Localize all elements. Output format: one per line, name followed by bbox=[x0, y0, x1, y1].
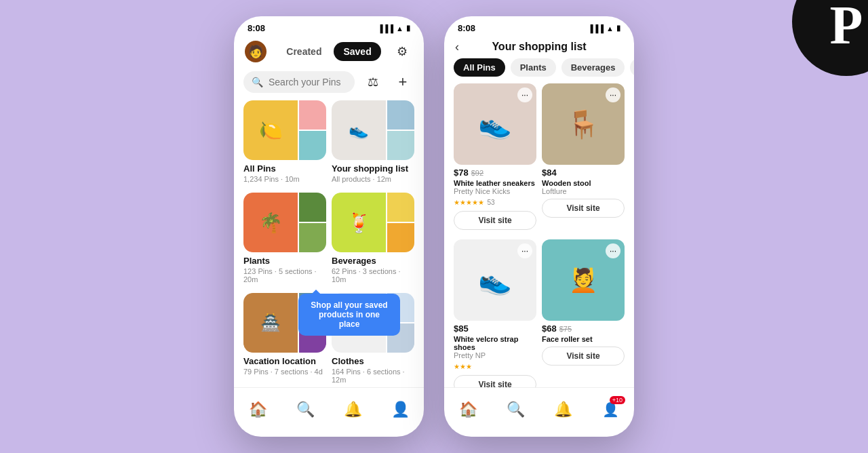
board-thumb-shopping: 👟 bbox=[332, 100, 414, 160]
product-face-roller[interactable]: 💆 ··· $68 $75 Face roller set Visit site bbox=[542, 239, 625, 387]
search-icon: 🔍 bbox=[252, 77, 263, 87]
visit-btn-sneakers[interactable]: Visit site bbox=[454, 211, 536, 230]
nav-search-1[interactable]: 🔍 bbox=[290, 395, 320, 425]
product-more-btn-stool[interactable]: ··· bbox=[606, 87, 620, 102]
nav-home-1[interactable]: 🏠 bbox=[243, 395, 273, 425]
product-price-roller: $68 $75 bbox=[542, 323, 625, 334]
nav-profile-1[interactable]: 👤 bbox=[385, 395, 415, 425]
status-time-2: 8:08 bbox=[458, 23, 475, 33]
status-bar-2: 8:08 ▐▐▐ ▲ ▮ bbox=[444, 16, 634, 37]
product-row-1: 👟 ··· $78 $92 White leather sneakers Pre… bbox=[454, 83, 625, 230]
avatar[interactable]: 🧑 bbox=[245, 41, 267, 62]
board-subtitle-shopping: All products · 12m bbox=[332, 175, 414, 183]
battery-icon-2: ▮ bbox=[616, 24, 620, 33]
stars-velcro: ★★★ bbox=[454, 359, 536, 372]
bottom-nav-1: 🏠 🔍 🔔 👤 bbox=[234, 387, 424, 437]
product-name-velcro: White velcro strap shoes bbox=[454, 335, 536, 351]
nav-bell-2[interactable]: 🔔 bbox=[548, 395, 578, 425]
status-bar-1: 8:08 ▐▐▐ ▲ ▮ bbox=[234, 16, 424, 37]
boards-row-1: 🍋 All Pins 1,234 Pins · 10m 👟 bbox=[243, 100, 414, 183]
back-button[interactable]: ‹ bbox=[455, 40, 459, 54]
filter-button[interactable]: ⚖ bbox=[361, 71, 384, 94]
chip-plants[interactable]: Plants bbox=[511, 58, 556, 77]
chip-vacation[interactable]: Vacation bbox=[630, 58, 634, 77]
page-title: Your shopping list bbox=[492, 41, 586, 53]
board-subtitle-beverages: 62 Pins · 3 sections · 10m bbox=[332, 267, 414, 283]
boards-row-2: 🌴 Plants 123 Pins · 5 sections · 20m 🍹 bbox=[243, 193, 414, 283]
pinterest-logo: P bbox=[792, 0, 868, 76]
battery-icon: ▮ bbox=[406, 24, 410, 33]
product-row-2: 👟 ··· $85 White velcro strap shoes Prett… bbox=[454, 239, 625, 387]
product-brand-stool: Loftlure bbox=[542, 187, 625, 195]
board-thumb-beverages: 🍹 bbox=[332, 193, 414, 252]
product-img-velcro: 👟 ··· bbox=[454, 239, 536, 321]
product-more-btn-velcro[interactable]: ··· bbox=[517, 243, 532, 258]
product-img-stool: 🪑 ··· bbox=[542, 83, 625, 165]
board-title-vacation: Vacation location bbox=[243, 356, 326, 366]
chip-all-pins[interactable]: All Pins bbox=[454, 58, 505, 77]
board-thumb-all-pins: 🍋 bbox=[243, 100, 326, 160]
tab-created[interactable]: Created bbox=[277, 42, 331, 61]
tab-saved[interactable]: Saved bbox=[334, 42, 380, 61]
stars-sneakers: ★★★★★ 53 bbox=[454, 195, 536, 208]
product-name-stool: Wooden stool bbox=[542, 179, 625, 187]
phone1-header: 🧑 Created Saved ⚙ bbox=[234, 37, 424, 68]
board-shopping-list[interactable]: 👟 Your shopping list All products · 12m bbox=[332, 100, 414, 183]
phones-container: 8:08 ▐▐▐ ▲ ▮ 🧑 Created Saved ⚙ 🔍 bbox=[234, 16, 634, 437]
visit-btn-stool[interactable]: Visit site bbox=[542, 199, 625, 218]
product-price-stool: $84 bbox=[542, 168, 625, 178]
status-icons-1: ▐▐▐ ▲ ▮ bbox=[378, 24, 410, 33]
phone-1: 8:08 ▐▐▐ ▲ ▮ 🧑 Created Saved ⚙ 🔍 bbox=[234, 16, 424, 437]
product-more-btn-roller[interactable]: ··· bbox=[606, 243, 620, 258]
bottom-nav-2: 🏠 🔍 🔔 👤 +10 bbox=[444, 387, 634, 437]
visit-btn-roller[interactable]: Visit site bbox=[542, 347, 625, 366]
product-img-face-roller: 💆 ··· bbox=[542, 239, 625, 321]
search-input-wrap[interactable]: 🔍 bbox=[243, 71, 355, 93]
board-title-shopping: Your shopping list bbox=[332, 163, 414, 174]
signal-icon-2: ▐▐▐ bbox=[588, 24, 604, 33]
board-subtitle-vacation: 79 Pins · 7 sections · 4d bbox=[243, 368, 326, 376]
product-brand-sneakers: Pretty Nice Kicks bbox=[454, 187, 536, 195]
add-button[interactable]: + bbox=[391, 71, 414, 94]
product-name-sneakers: White leather sneakers bbox=[454, 179, 536, 187]
product-brand-velcro: Pretty NP bbox=[454, 351, 536, 359]
nav-bell-1[interactable]: 🔔 bbox=[338, 395, 368, 425]
board-beverages[interactable]: 🍹 Beverages 62 Pins · 3 sections · 10m bbox=[332, 193, 414, 283]
nav-profile-2[interactable]: 👤 +10 bbox=[595, 395, 625, 425]
status-icons-2: ▐▐▐ ▲ ▮ bbox=[588, 24, 620, 33]
phone-2: 8:08 ▐▐▐ ▲ ▮ ‹ Your shopping list All Pi… bbox=[444, 16, 634, 437]
visit-btn-velcro[interactable]: Visit site bbox=[454, 375, 536, 387]
settings-button[interactable]: ⚙ bbox=[391, 41, 413, 62]
product-stool[interactable]: 🪑 ··· $84 Wooden stool Loftlure Visit si… bbox=[542, 83, 625, 230]
product-more-btn-sneakers[interactable]: ··· bbox=[517, 87, 532, 102]
filter-chips: All Pins Plants Beverages Vacation C bbox=[444, 58, 634, 83]
nav-home-2[interactable]: 🏠 bbox=[453, 395, 483, 425]
wifi-icon-2: ▲ bbox=[606, 24, 614, 33]
product-sneakers[interactable]: 👟 ··· $78 $92 White leather sneakers Pre… bbox=[454, 83, 536, 230]
board-plants[interactable]: 🌴 Plants 123 Pins · 5 sections · 20m bbox=[243, 193, 326, 283]
product-velcro-shoes[interactable]: 👟 ··· $85 White velcro strap shoes Prett… bbox=[454, 239, 536, 387]
product-name-roller: Face roller set bbox=[542, 335, 625, 343]
product-price-velcro: $85 bbox=[454, 323, 536, 334]
search-input[interactable] bbox=[269, 77, 347, 87]
nav-search-2[interactable]: 🔍 bbox=[500, 395, 530, 425]
chip-beverages[interactable]: Beverages bbox=[561, 58, 625, 77]
tooltip-bubble: Shop all your saved products in one plac… bbox=[298, 294, 400, 336]
board-all-pins[interactable]: 🍋 All Pins 1,234 Pins · 10m bbox=[243, 100, 326, 183]
product-img-sneakers: 👟 ··· bbox=[454, 83, 536, 165]
wifi-icon: ▲ bbox=[396, 24, 403, 33]
phone2-header: ‹ Your shopping list bbox=[444, 37, 634, 58]
board-title-plants: Plants bbox=[243, 256, 326, 266]
search-bar-row: 🔍 ⚖ + bbox=[234, 68, 424, 100]
signal-icon: ▐▐▐ bbox=[378, 24, 393, 33]
board-title-clothes: Clothes bbox=[332, 356, 414, 366]
board-subtitle-all-pins: 1,234 Pins · 10m bbox=[243, 175, 326, 183]
product-grid: 👟 ··· $78 $92 White leather sneakers Pre… bbox=[444, 83, 634, 387]
notification-badge: +10 bbox=[610, 396, 625, 404]
board-title-all-pins: All Pins bbox=[243, 163, 326, 174]
boards-grid: 🍋 All Pins 1,234 Pins · 10m 👟 bbox=[234, 100, 424, 387]
board-subtitle-clothes: 164 Pins · 6 sections · 12m bbox=[332, 368, 414, 384]
product-price-sneakers: $78 $92 bbox=[454, 168, 536, 178]
status-time-1: 8:08 bbox=[248, 23, 265, 33]
tab-group: Created Saved bbox=[277, 42, 380, 61]
